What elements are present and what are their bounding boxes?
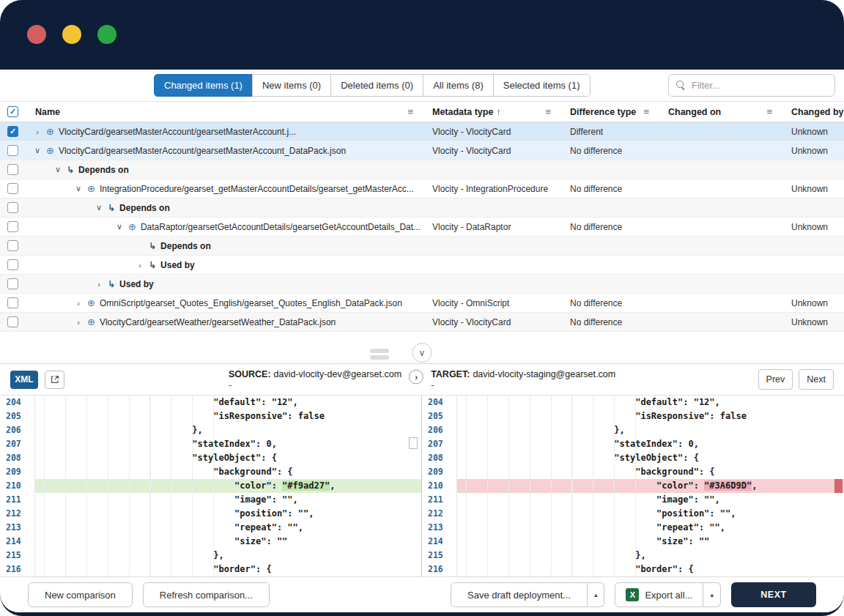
line-number: 210: [422, 479, 457, 493]
row-checkbox[interactable]: [7, 240, 18, 251]
line-number: 204: [422, 396, 457, 409]
row-checkbox[interactable]: [7, 126, 18, 137]
row-checkbox[interactable]: [7, 297, 18, 308]
save-draft-deployment-button[interactable]: Save draft deployment...: [451, 582, 588, 607]
line-number: 206: [0, 423, 35, 437]
code-text: "color": "#f9ad27",: [35, 479, 421, 493]
new-comparison-button[interactable]: New comparison: [28, 582, 133, 607]
table-row[interactable]: ∨↳Depends on: [0, 160, 844, 179]
line-number: 209: [0, 465, 35, 479]
row-checkbox[interactable]: [7, 202, 18, 213]
table-row[interactable]: ∨⊕IntegrationProcedure/gearset_getMaster…: [0, 179, 844, 198]
chevron-down-icon[interactable]: ∨: [53, 165, 62, 174]
column-header-changed-on[interactable]: Changed on ≡: [659, 102, 782, 122]
xml-format-button[interactable]: XML: [10, 371, 38, 389]
maximize-window-button[interactable]: [97, 25, 116, 44]
column-menu-icon[interactable]: ≡: [407, 106, 413, 117]
tab-selected-items-1[interactable]: Selected items (1): [493, 74, 591, 97]
column-header-metadata-type[interactable]: Metadata type↑ ≡: [423, 102, 561, 122]
tab-all-items-8[interactable]: All items (8): [423, 74, 494, 97]
code-text: "background": {: [457, 465, 844, 479]
source-code-panel[interactable]: 204 "default": "12",205 "isResponsive": …: [0, 396, 422, 576]
row-checkbox[interactable]: [7, 221, 18, 232]
export-diff-button[interactable]: [45, 371, 64, 389]
select-all-checkbox[interactable]: [7, 106, 18, 117]
export-all-button[interactable]: X Export all...: [615, 582, 703, 607]
close-window-button[interactable]: [27, 25, 46, 44]
column-label: Difference type: [570, 107, 636, 117]
column-header-changed-by[interactable]: Changed by: [782, 102, 844, 122]
table-row[interactable]: ›⊕VlocityCard/gearsetWeather/gearsetWeat…: [0, 313, 844, 332]
table-row[interactable]: ›⊕VlocityCard/gearsetMasterAccount/gears…: [0, 122, 844, 141]
chevron-right-icon[interactable]: ›: [95, 280, 103, 289]
save-draft-dropdown-button[interactable]: ▴: [588, 582, 605, 607]
code-line: 212 "position": "",: [422, 507, 844, 521]
table-row[interactable]: ↳Depends on: [0, 237, 844, 256]
line-number: 209: [422, 465, 457, 479]
table-row[interactable]: ›⊕OmniScript/gearset_Quotes_English/gear…: [0, 294, 844, 313]
comparison-table-body: ›⊕VlocityCard/gearsetMasterAccount/gears…: [0, 122, 844, 332]
table-row[interactable]: ∨⊕DataRaptor/gearsetGetAccountDetails/ge…: [0, 218, 844, 237]
overview-viewport-indicator[interactable]: [409, 437, 418, 449]
code-line: 209 "background": {: [0, 465, 421, 479]
chevron-right-icon[interactable]: ›: [136, 261, 144, 270]
chevron-down-icon[interactable]: ∨: [95, 203, 103, 212]
relationship-arrow-icon: ↳: [149, 242, 156, 251]
datapack-icon: ⊕: [87, 184, 95, 193]
next-difference-button[interactable]: Next: [799, 369, 834, 390]
next-step-button[interactable]: NEXT: [731, 582, 816, 607]
diff-header: XML SOURCE:david-vlocity-dev@gearset.com…: [0, 364, 844, 396]
tab-deleted-items-0[interactable]: Deleted items (0): [330, 74, 423, 97]
column-menu-icon[interactable]: ≡: [766, 106, 772, 117]
table-row[interactable]: ∨⊕VlocityCard/gearsetMasterAccount/gears…: [0, 141, 844, 160]
target-code-panel[interactable]: 204 "default": "12",205 "isResponsive": …: [422, 396, 844, 576]
minimize-window-button[interactable]: [62, 25, 81, 44]
name-cell: ∨⊕DataRaptor/gearsetGetAccountDetails/ge…: [29, 218, 423, 236]
relationship-group-label: Used by: [160, 260, 195, 270]
row-checkbox[interactable]: [7, 316, 18, 327]
chevron-right-icon[interactable]: ›: [74, 299, 83, 308]
column-header-difference-type[interactable]: Difference type ≡: [561, 102, 659, 122]
app-window: Changed items (1)New items (0)Deleted it…: [0, 0, 844, 616]
collapse-diff-panel-button[interactable]: ∨: [412, 343, 432, 363]
table-header: Name ≡ Metadata type↑ ≡ Difference type …: [0, 101, 844, 122]
prev-difference-button[interactable]: Prev: [758, 369, 793, 390]
item-name: VlocityCard/gearsetWeather/gearsetWeathe…: [100, 317, 336, 327]
row-checkbox[interactable]: [7, 164, 18, 175]
column-menu-icon[interactable]: ≡: [643, 106, 649, 117]
column-menu-icon[interactable]: ≡: [545, 106, 551, 117]
chevron-down-icon[interactable]: ∨: [74, 184, 83, 193]
chevron-right-icon[interactable]: ›: [74, 318, 83, 327]
refresh-comparison-button[interactable]: Refresh comparison...: [143, 582, 270, 607]
table-row[interactable]: ›↳Used by: [0, 275, 844, 294]
changed-token: "#f9ad27": [282, 480, 330, 491]
chevron-down-icon[interactable]: ∨: [115, 222, 124, 231]
filter-input[interactable]: [692, 80, 827, 91]
splitter-drag-handle[interactable]: [370, 355, 389, 360]
line-number: 212: [0, 507, 35, 521]
tab-new-items-0[interactable]: New items (0): [252, 74, 331, 97]
sort-ascending-icon: ↑: [496, 107, 500, 117]
filter-box[interactable]: [668, 74, 835, 97]
table-row[interactable]: ∨↳Depends on: [0, 198, 844, 218]
code-line: 213 "repeat": "",: [0, 521, 421, 535]
overview-diff-marker[interactable]: [834, 479, 843, 493]
chevron-down-icon[interactable]: ∨: [33, 146, 42, 155]
item-name: VlocityCard/gearsetMasterAccount/gearset…: [59, 146, 346, 156]
export-all-dropdown-button[interactable]: ▴: [703, 582, 721, 607]
name-cell: ›⊕VlocityCard/gearsetMasterAccount/gears…: [29, 122, 423, 141]
row-checkbox[interactable]: [7, 259, 18, 270]
row-checkbox[interactable]: [7, 183, 18, 194]
splitter-drag-handle[interactable]: [370, 349, 389, 353]
main-content: Changed items (1)New items (0)Deleted it…: [0, 70, 844, 612]
tab-changed-items-1[interactable]: Changed items (1): [154, 74, 253, 97]
row-checkbox[interactable]: [7, 278, 18, 289]
code-text: "isResponsive": false: [35, 409, 421, 423]
chevron-right-icon[interactable]: ›: [33, 127, 42, 136]
line-number: 213: [0, 521, 35, 535]
row-checkbox[interactable]: [7, 145, 18, 156]
code-text: "position": "",: [35, 507, 421, 521]
table-row[interactable]: ›↳Used by: [0, 256, 844, 275]
column-header-name[interactable]: Name ≡: [29, 102, 423, 122]
name-cell: ∨↳Depends on: [29, 198, 423, 217]
